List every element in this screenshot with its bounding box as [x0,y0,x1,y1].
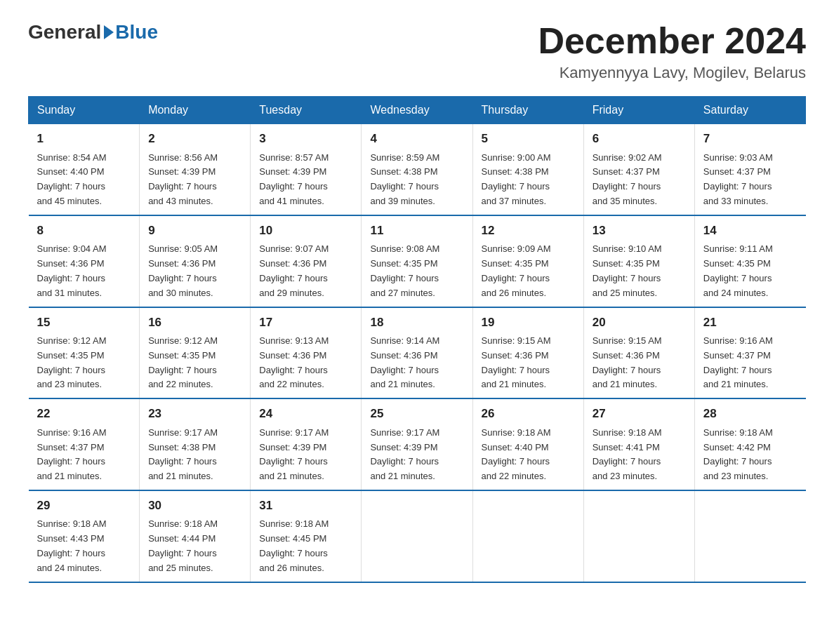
day-number: 3 [259,130,352,148]
day-info: Sunrise: 9:12 AMSunset: 4:35 PMDaylight:… [37,334,131,392]
day-number: 10 [259,222,352,240]
day-info: Sunrise: 9:17 AMSunset: 4:38 PMDaylight:… [148,426,241,484]
calendar-cell: 22Sunrise: 9:16 AMSunset: 4:37 PMDayligh… [29,398,140,490]
calendar-cell: 13Sunrise: 9:10 AMSunset: 4:35 PMDayligh… [583,215,694,307]
calendar-cell [583,490,694,582]
calendar-week-row: 22Sunrise: 9:16 AMSunset: 4:37 PMDayligh… [29,398,806,490]
calendar-cell: 2Sunrise: 8:56 AMSunset: 4:39 PMDaylight… [140,124,251,215]
day-number: 20 [593,314,686,332]
calendar-cell: 30Sunrise: 9:18 AMSunset: 4:44 PMDayligh… [140,490,251,582]
day-info: Sunrise: 9:18 AMSunset: 4:41 PMDaylight:… [593,426,686,484]
calendar-cell: 27Sunrise: 9:18 AMSunset: 4:41 PMDayligh… [583,398,694,490]
day-number: 14 [703,222,797,240]
calendar-cell: 15Sunrise: 9:12 AMSunset: 4:35 PMDayligh… [29,307,140,399]
month-title: December 2024 [538,21,806,61]
day-info: Sunrise: 9:10 AMSunset: 4:35 PMDaylight:… [593,242,686,300]
calendar-cell: 8Sunrise: 9:04 AMSunset: 4:36 PMDaylight… [29,215,140,307]
calendar-cell: 12Sunrise: 9:09 AMSunset: 4:35 PMDayligh… [472,215,583,307]
logo-arrow-icon [104,25,114,39]
calendar-cell: 26Sunrise: 9:18 AMSunset: 4:40 PMDayligh… [472,398,583,490]
day-info: Sunrise: 9:18 AMSunset: 4:45 PMDaylight:… [259,517,352,575]
day-info: Sunrise: 8:54 AMSunset: 4:40 PMDaylight:… [37,151,131,209]
day-info: Sunrise: 9:15 AMSunset: 4:36 PMDaylight:… [593,334,686,392]
weekday-header-monday: Monday [140,97,251,124]
day-number: 26 [482,405,575,423]
day-number: 18 [370,314,463,332]
logo: General Blue [28,21,158,43]
calendar-cell: 3Sunrise: 8:57 AMSunset: 4:39 PMDaylight… [251,124,362,215]
day-number: 15 [37,314,131,332]
day-number: 16 [148,314,241,332]
day-number: 27 [593,405,686,423]
calendar-cell: 14Sunrise: 9:11 AMSunset: 4:35 PMDayligh… [694,215,805,307]
day-number: 4 [370,130,463,148]
calendar-week-row: 29Sunrise: 9:18 AMSunset: 4:43 PMDayligh… [29,490,806,582]
calendar-cell: 4Sunrise: 8:59 AMSunset: 4:38 PMDaylight… [362,124,472,215]
location-subtitle: Kamyennyya Lavy, Mogilev, Belarus [538,64,806,82]
calendar-cell: 28Sunrise: 9:18 AMSunset: 4:42 PMDayligh… [694,398,805,490]
day-info: Sunrise: 9:05 AMSunset: 4:36 PMDaylight:… [148,242,241,300]
calendar-cell: 9Sunrise: 9:05 AMSunset: 4:36 PMDaylight… [140,215,251,307]
day-info: Sunrise: 9:18 AMSunset: 4:40 PMDaylight:… [482,426,575,484]
day-info: Sunrise: 9:18 AMSunset: 4:44 PMDaylight:… [148,517,241,575]
day-number: 2 [148,130,241,148]
day-number: 29 [37,497,131,515]
day-number: 1 [37,130,131,148]
day-number: 30 [148,497,241,515]
calendar-header-row: SundayMondayTuesdayWednesdayThursdayFrid… [29,97,806,124]
day-number: 25 [370,405,463,423]
calendar-table: SundayMondayTuesdayWednesdayThursdayFrid… [28,96,806,582]
day-number: 13 [593,222,686,240]
calendar-cell [472,490,583,582]
day-number: 17 [259,314,352,332]
day-info: Sunrise: 9:04 AMSunset: 4:36 PMDaylight:… [37,242,131,300]
calendar-cell: 31Sunrise: 9:18 AMSunset: 4:45 PMDayligh… [251,490,362,582]
day-info: Sunrise: 9:17 AMSunset: 4:39 PMDaylight:… [259,426,352,484]
logo-general: General [28,21,101,43]
day-info: Sunrise: 9:18 AMSunset: 4:43 PMDaylight:… [37,517,131,575]
day-info: Sunrise: 9:16 AMSunset: 4:37 PMDaylight:… [37,426,131,484]
day-number: 8 [37,222,131,240]
logo-blue: Blue [115,21,158,43]
day-info: Sunrise: 8:56 AMSunset: 4:39 PMDaylight:… [148,151,241,209]
calendar-week-row: 1Sunrise: 8:54 AMSunset: 4:40 PMDaylight… [29,124,806,215]
calendar-cell: 16Sunrise: 9:12 AMSunset: 4:35 PMDayligh… [140,307,251,399]
calendar-cell: 20Sunrise: 9:15 AMSunset: 4:36 PMDayligh… [583,307,694,399]
weekday-header-thursday: Thursday [472,97,583,124]
weekday-header-sunday: Sunday [29,97,140,124]
weekday-header-saturday: Saturday [694,97,805,124]
day-number: 12 [482,222,575,240]
calendar-cell: 7Sunrise: 9:03 AMSunset: 4:37 PMDaylight… [694,124,805,215]
day-info: Sunrise: 9:14 AMSunset: 4:36 PMDaylight:… [370,334,463,392]
day-info: Sunrise: 9:08 AMSunset: 4:35 PMDaylight:… [370,242,463,300]
day-info: Sunrise: 9:12 AMSunset: 4:35 PMDaylight:… [148,334,241,392]
day-number: 24 [259,405,352,423]
day-info: Sunrise: 9:11 AMSunset: 4:35 PMDaylight:… [703,242,797,300]
day-info: Sunrise: 9:09 AMSunset: 4:35 PMDaylight:… [482,242,575,300]
calendar-week-row: 15Sunrise: 9:12 AMSunset: 4:35 PMDayligh… [29,307,806,399]
day-number: 22 [37,405,131,423]
title-section: December 2024 Kamyennyya Lavy, Mogilev, … [538,21,806,82]
calendar-cell: 23Sunrise: 9:17 AMSunset: 4:38 PMDayligh… [140,398,251,490]
calendar-cell: 5Sunrise: 9:00 AMSunset: 4:38 PMDaylight… [472,124,583,215]
day-info: Sunrise: 9:16 AMSunset: 4:37 PMDaylight:… [703,334,797,392]
day-number: 28 [703,405,797,423]
calendar-cell: 24Sunrise: 9:17 AMSunset: 4:39 PMDayligh… [251,398,362,490]
calendar-cell: 21Sunrise: 9:16 AMSunset: 4:37 PMDayligh… [694,307,805,399]
day-number: 6 [593,130,686,148]
calendar-cell: 17Sunrise: 9:13 AMSunset: 4:36 PMDayligh… [251,307,362,399]
day-info: Sunrise: 9:18 AMSunset: 4:42 PMDaylight:… [703,426,797,484]
calendar-cell: 11Sunrise: 9:08 AMSunset: 4:35 PMDayligh… [362,215,472,307]
calendar-cell: 19Sunrise: 9:15 AMSunset: 4:36 PMDayligh… [472,307,583,399]
calendar-cell: 18Sunrise: 9:14 AMSunset: 4:36 PMDayligh… [362,307,472,399]
calendar-cell: 1Sunrise: 8:54 AMSunset: 4:40 PMDaylight… [29,124,140,215]
calendar-week-row: 8Sunrise: 9:04 AMSunset: 4:36 PMDaylight… [29,215,806,307]
calendar-cell [694,490,805,582]
day-info: Sunrise: 9:00 AMSunset: 4:38 PMDaylight:… [482,151,575,209]
calendar-cell: 29Sunrise: 9:18 AMSunset: 4:43 PMDayligh… [29,490,140,582]
day-info: Sunrise: 9:15 AMSunset: 4:36 PMDaylight:… [482,334,575,392]
day-info: Sunrise: 9:07 AMSunset: 4:36 PMDaylight:… [259,242,352,300]
day-info: Sunrise: 9:13 AMSunset: 4:36 PMDaylight:… [259,334,352,392]
day-number: 7 [703,130,797,148]
day-number: 19 [482,314,575,332]
